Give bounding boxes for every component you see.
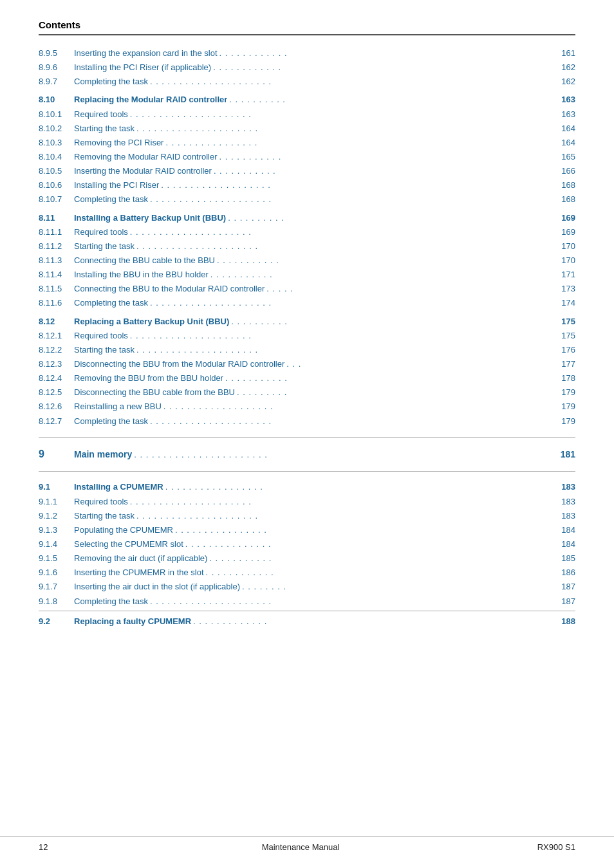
toc-dots: . . . . . . . . . . . . . . . . . . . . …: [136, 344, 551, 356]
toc-num: 9.1.1: [39, 495, 74, 508]
toc-num: 8.10: [39, 93, 74, 106]
toc-row: 8.11.5Connecting the BBU to the Modular …: [39, 282, 575, 295]
toc-page: 179: [553, 386, 575, 399]
toc-num: 8.10.1: [39, 108, 74, 121]
toc-num: 8.10.7: [39, 193, 74, 206]
toc-label: Installing a Battery Backup Unit (BBU): [74, 212, 226, 225]
toc-label: Required tools: [74, 495, 128, 508]
toc-dots: . . . . . . . . . . . . . . . . . . . . …: [150, 415, 551, 428]
toc-dots: . . . . . . . . . . . . . . . . . . .: [161, 179, 551, 192]
toc-num: 8.10.2: [39, 122, 74, 135]
toc-row: 9.1.5Removing the air duct (if applicabl…: [39, 552, 575, 565]
toc-row: 8.12.6Reinstalling a new BBU . . . . . .…: [39, 400, 575, 413]
toc-page: 174: [553, 297, 575, 309]
toc-label: Replacing the Modular RAID controller: [74, 93, 227, 106]
toc-label: Inserting the Modular RAID controller: [74, 165, 212, 178]
toc-label: Required tools: [74, 329, 128, 342]
toc-label: Connecting the BBU cable to the BBU: [74, 254, 215, 267]
toc-group-heading: 8.11Installing a Battery Backup Unit (BB…: [39, 212, 575, 225]
toc-num: 8.10.3: [39, 136, 74, 149]
toc-page: 161: [553, 47, 575, 60]
toc-label: Disconnecting the BBU cable from the BBU: [74, 386, 235, 399]
toc-page: 176: [553, 344, 575, 356]
toc-row: 8.11.3Connecting the BBU cable to the BB…: [39, 254, 575, 267]
toc-num: 9.1.2: [39, 510, 74, 522]
toc-label: Removing the BBU from the BBU holder: [74, 372, 223, 385]
toc-label: Inserting the expansion card in the slot: [74, 47, 218, 60]
toc-row: 8.10.2Starting the task . . . . . . . . …: [39, 122, 575, 135]
toc-dots: . . . . . . . . . . . . . . . . .: [165, 481, 551, 494]
toc-dots: . . . . . . . . . . .: [214, 165, 551, 178]
footer-right: RX900 S1: [524, 842, 575, 852]
toc-num: 8.10.6: [39, 179, 74, 192]
toc-dots: . . . . . . . . . .: [231, 315, 551, 328]
toc-dots: . . . . . . . . . . . . . . . . . . . . …: [130, 495, 551, 508]
toc-num: 9.1: [39, 481, 74, 494]
toc-row: 9.1.8Completing the task . . . . . . . .…: [39, 595, 575, 608]
toc-group-heading: 8.10Replacing the Modular RAID controlle…: [39, 93, 575, 106]
toc-dots: . . . . . . . . . .: [228, 212, 551, 225]
toc-num: 8.11.1: [39, 226, 74, 239]
toc-row: 8.11.1Required tools . . . . . . . . . .…: [39, 226, 575, 239]
toc-num: 8.12.5: [39, 386, 74, 399]
chapter-row: 9Main memory . . . . . . . . . . . . . .…: [39, 447, 575, 463]
toc-label: Connecting the BBU to the Modular RAID c…: [74, 282, 265, 295]
toc-page: 170: [553, 240, 575, 253]
toc-page: 183: [553, 481, 575, 494]
toc-dots: . . . . . . . . . . . . . . . . . . . . …: [150, 75, 551, 88]
chapter-entry-row: 9.2Replacing a faulty CPUMEMR . . . . . …: [39, 611, 575, 628]
toc-dots: . . . . . . . . . . . .: [219, 47, 551, 60]
toc-page: 179: [553, 400, 575, 413]
footer: 12 Maintenance Manual RX900 S1: [0, 836, 614, 852]
toc-num: 8.12.7: [39, 415, 74, 428]
toc-row: 9.1.3Populating the CPUMEMR . . . . . . …: [39, 524, 575, 537]
toc-page: 187: [553, 595, 575, 608]
toc-num: 8.12.3: [39, 358, 74, 371]
toc-dots: . . . . . . . . . . . . . . . .: [165, 136, 551, 149]
toc-row: 8.9.7Completing the task . . . . . . . .…: [39, 75, 575, 88]
toc-dots: . . . . . . . . . . . . . . . . . . . . …: [136, 122, 551, 135]
toc-page: 183: [553, 495, 575, 508]
toc-dots: . . . . . . . . . . . . . . . . . . .: [163, 400, 551, 413]
chapter-num: 9: [39, 447, 74, 463]
toc-dots: . . .: [286, 358, 551, 371]
toc-dots: . . . . . . . . . . .: [209, 552, 551, 565]
toc-group-heading: 9.1Installing a CPUMEMR . . . . . . . . …: [39, 481, 575, 494]
toc-label: Completing the task: [74, 75, 148, 88]
toc-row: 8.10.3Removing the PCI Riser . . . . . .…: [39, 136, 575, 149]
toc-label: Completing the task: [74, 193, 148, 206]
toc-num: 9.1.4: [39, 538, 74, 551]
toc-label: Replacing a faulty CPUMEMR: [74, 615, 191, 628]
toc-dots: . . . . . . . . . . . . . . . . . . . . …: [150, 193, 551, 206]
toc-dots: . . . . . . . . . . . . . . . . . . . . …: [150, 595, 551, 608]
toc-page: 171: [553, 268, 575, 281]
page: Contents 8.9.5Inserting the expansion ca…: [0, 0, 614, 868]
toc-row: 8.11.6Completing the task . . . . . . . …: [39, 297, 575, 309]
toc-label: Reinstalling a new BBU: [74, 400, 162, 413]
toc-dots: . . . . . . . . . . .: [217, 254, 551, 267]
toc-dots: . . . . . . . . .: [237, 386, 551, 399]
toc-num: 8.11.5: [39, 282, 74, 295]
toc-container: 8.9.5Inserting the expansion card in the…: [39, 47, 575, 628]
toc-dots: . . . . . . . . . . . .: [213, 61, 551, 74]
toc-num: 8.11.3: [39, 254, 74, 267]
toc-row: 8.9.6Installing the PCI Riser (if applic…: [39, 61, 575, 74]
toc-page: 169: [553, 212, 575, 225]
toc-label: Removing the Modular RAID controller: [74, 151, 218, 163]
toc-label: Installing the PCI Riser (if applicable): [74, 61, 211, 74]
toc-label: Inserting the CPUMEMR in the slot: [74, 566, 204, 579]
toc-page: 164: [553, 122, 575, 135]
chapter-label: Main memory: [74, 448, 132, 462]
toc-num: 8.12.2: [39, 344, 74, 356]
toc-dots: . . . . . . . . . . . . .: [193, 615, 551, 628]
toc-dots: . . . . . . . . . . .: [225, 372, 551, 385]
toc-page: 186: [553, 566, 575, 579]
footer-center: Maintenance Manual: [77, 842, 524, 852]
toc-num: 8.11: [39, 212, 74, 225]
toc-page: 173: [553, 282, 575, 295]
toc-row: 9.1.7Inserting the air duct in the slot …: [39, 580, 575, 593]
toc-dots: . . . . . . . . . . . . . . . . . . . . …: [134, 448, 551, 461]
toc-group-heading: 8.12Replacing a Battery Backup Unit (BBU…: [39, 315, 575, 328]
toc-dots: . . . . . . . . . . . . . . . . . . . . …: [130, 226, 551, 239]
toc-row: 9.1.1Required tools . . . . . . . . . . …: [39, 495, 575, 508]
